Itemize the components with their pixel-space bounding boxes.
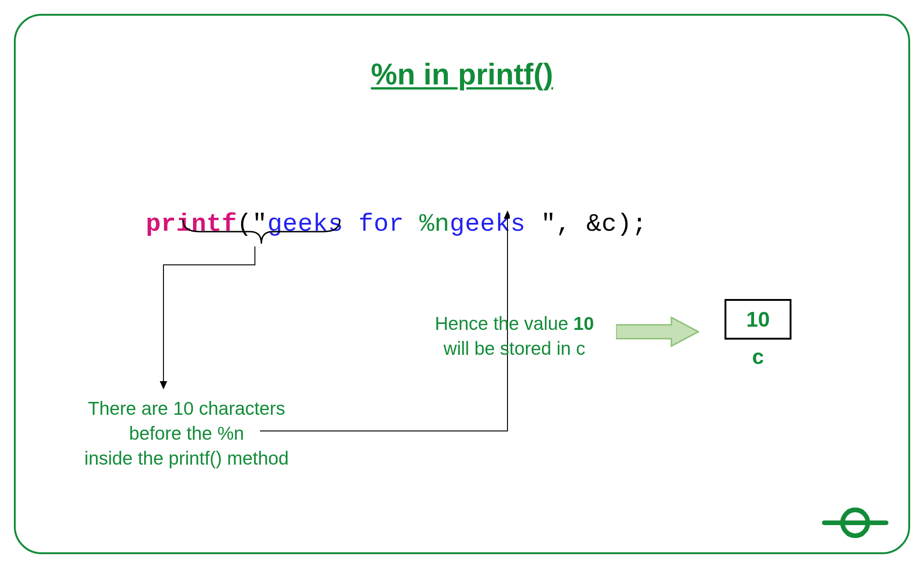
explanation-left: There are 10 characters before the %n in… (62, 396, 311, 471)
result-value: 10 (746, 307, 770, 332)
arrow-left-elbow-icon (154, 246, 256, 389)
explanation-left-line1: There are 10 characters (88, 398, 285, 419)
result-box: 10 (725, 299, 791, 340)
explanation-left-line3: inside the printf() method (85, 448, 289, 468)
explanation-left-line2: before the %n (129, 423, 244, 443)
code-args: , &c); (556, 210, 647, 238)
result-arrow-icon (616, 316, 699, 348)
explanation-right: Hence the value 10 will be stored in c (417, 311, 611, 361)
svg-marker-0 (616, 317, 698, 346)
explanation-right-line1-pre: Hence the value (435, 313, 574, 334)
result-var-label: c (725, 344, 791, 369)
diagram-card: %n in printf() printf("geeks for %ngeeks… (14, 14, 910, 554)
explanation-right-line1-strong: 10 (574, 313, 594, 334)
diagram-title: %n in printf() (16, 57, 908, 91)
code-quote-close: " (541, 210, 556, 238)
gfg-logo-icon (821, 504, 890, 541)
explanation-right-line2: will be stored in c (444, 338, 586, 359)
